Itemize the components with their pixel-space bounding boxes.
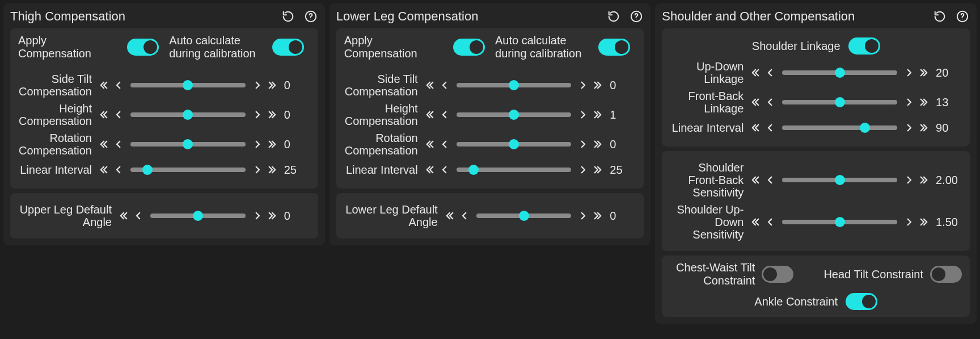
increment-fast-icon[interactable] bbox=[266, 136, 278, 153]
decrement-icon[interactable] bbox=[458, 207, 471, 224]
increment-icon[interactable] bbox=[577, 161, 589, 178]
decrement-fast-icon[interactable] bbox=[424, 136, 436, 153]
decrement-fast-icon[interactable] bbox=[424, 77, 436, 94]
increment-fast-icon[interactable] bbox=[918, 94, 930, 111]
decrement-icon[interactable] bbox=[112, 136, 125, 153]
increment-icon[interactable] bbox=[577, 207, 589, 224]
increment-icon[interactable] bbox=[903, 119, 915, 136]
head-tilt-constraint-label: Head Tilt Constraint bbox=[823, 268, 923, 281]
slider-label: Height Compensation bbox=[344, 102, 418, 127]
slider-track[interactable] bbox=[130, 142, 246, 147]
ankle-constraint-toggle[interactable] bbox=[846, 293, 877, 310]
reset-icon[interactable] bbox=[281, 9, 295, 24]
increment-icon[interactable] bbox=[903, 171, 915, 189]
slider-track[interactable] bbox=[130, 83, 246, 87]
decrement-fast-icon[interactable] bbox=[98, 106, 110, 123]
increment-fast-icon[interactable] bbox=[918, 119, 930, 136]
decrement-icon[interactable] bbox=[438, 77, 451, 94]
increment-icon[interactable] bbox=[903, 214, 915, 231]
slider-track[interactable] bbox=[782, 100, 897, 104]
apply-compensation-toggle[interactable] bbox=[127, 39, 159, 56]
decrement-fast-icon[interactable] bbox=[98, 77, 110, 94]
increment-fast-icon[interactable] bbox=[266, 207, 278, 224]
decrement-icon[interactable] bbox=[438, 161, 451, 178]
shoulder-up-down-sensitivity-row: Shoulder Up-Down Sensitivity 1.50 bbox=[670, 203, 962, 241]
decrement-fast-icon[interactable] bbox=[424, 106, 436, 123]
increment-icon[interactable] bbox=[903, 94, 915, 111]
head-tilt-constraint-toggle[interactable] bbox=[930, 266, 962, 283]
decrement-fast-icon[interactable] bbox=[749, 171, 762, 189]
slider-track[interactable] bbox=[130, 168, 246, 172]
increment-icon[interactable] bbox=[577, 77, 589, 94]
increment-icon[interactable] bbox=[577, 136, 589, 153]
increment-fast-icon[interactable] bbox=[918, 64, 930, 81]
decrement-icon[interactable] bbox=[764, 119, 776, 136]
slider-track[interactable] bbox=[130, 112, 246, 117]
help-icon[interactable] bbox=[955, 9, 970, 24]
increment-icon[interactable] bbox=[251, 106, 264, 123]
increment-icon[interactable] bbox=[251, 136, 264, 153]
increment-fast-icon[interactable] bbox=[266, 77, 278, 94]
help-icon[interactable] bbox=[303, 9, 318, 24]
slider-label: Shoulder Front-Back Sensitivity bbox=[670, 161, 744, 199]
help-icon[interactable] bbox=[629, 9, 644, 24]
auto-calculate-label: Auto calculate during calibration bbox=[169, 34, 265, 60]
slider-track[interactable] bbox=[150, 214, 246, 218]
increment-fast-icon[interactable] bbox=[266, 106, 278, 123]
apply-compensation-toggle[interactable] bbox=[453, 39, 485, 56]
decrement-icon[interactable] bbox=[764, 94, 776, 111]
increment-fast-icon[interactable] bbox=[592, 207, 604, 224]
increment-fast-icon[interactable] bbox=[918, 171, 930, 189]
slider-label: Height Compensation bbox=[18, 102, 92, 127]
decrement-icon[interactable] bbox=[438, 136, 451, 153]
slider-value: 20 bbox=[936, 66, 962, 79]
decrement-fast-icon[interactable] bbox=[749, 119, 762, 136]
increment-fast-icon[interactable] bbox=[266, 161, 278, 178]
increment-fast-icon[interactable] bbox=[592, 106, 604, 123]
decrement-fast-icon[interactable] bbox=[424, 161, 436, 178]
slider-track[interactable] bbox=[476, 214, 572, 218]
slider-label: Shoulder Up-Down Sensitivity bbox=[670, 203, 744, 241]
auto-calculate-toggle[interactable] bbox=[598, 39, 630, 56]
increment-fast-icon[interactable] bbox=[592, 136, 604, 153]
increment-fast-icon[interactable] bbox=[592, 77, 604, 94]
slider-track[interactable] bbox=[782, 220, 897, 224]
slider-track[interactable] bbox=[457, 112, 572, 117]
slider-track[interactable] bbox=[457, 83, 572, 87]
decrement-fast-icon[interactable] bbox=[117, 207, 130, 224]
decrement-fast-icon[interactable] bbox=[443, 207, 456, 224]
decrement-icon[interactable] bbox=[112, 77, 125, 94]
chest-waist-tilt-constraint-toggle[interactable] bbox=[762, 266, 793, 283]
reset-icon[interactable] bbox=[606, 9, 621, 24]
increment-icon[interactable] bbox=[251, 161, 264, 178]
decrement-icon[interactable] bbox=[438, 106, 451, 123]
shoulder-linkage-toggle[interactable] bbox=[848, 37, 880, 55]
increment-icon[interactable] bbox=[903, 64, 915, 81]
decrement-fast-icon[interactable] bbox=[98, 161, 110, 178]
increment-fast-icon[interactable] bbox=[918, 214, 930, 231]
slider-track[interactable] bbox=[457, 168, 572, 172]
increment-icon[interactable] bbox=[577, 106, 589, 123]
auto-calculate-toggle[interactable] bbox=[272, 39, 304, 56]
decrement-icon[interactable] bbox=[132, 207, 145, 224]
shoulder-sensitivity-group: Shoulder Front-Back Sensitivity 2.00 Sho… bbox=[662, 151, 970, 251]
increment-icon[interactable] bbox=[251, 77, 264, 94]
decrement-fast-icon[interactable] bbox=[749, 214, 762, 231]
slider-track[interactable] bbox=[782, 70, 897, 75]
increment-icon[interactable] bbox=[251, 207, 264, 224]
decrement-icon[interactable] bbox=[764, 64, 776, 81]
decrement-icon[interactable] bbox=[764, 214, 776, 231]
slider-track[interactable] bbox=[782, 178, 897, 182]
reset-icon[interactable] bbox=[932, 9, 947, 24]
decrement-fast-icon[interactable] bbox=[749, 64, 762, 81]
lower-leg-compensation-card: Lower Leg Compensation Apply Compensatio… bbox=[330, 3, 651, 245]
decrement-fast-icon[interactable] bbox=[98, 136, 110, 153]
slider-track[interactable] bbox=[782, 125, 897, 130]
decrement-icon[interactable] bbox=[112, 106, 125, 123]
slider-value: 0 bbox=[284, 108, 310, 122]
decrement-icon[interactable] bbox=[764, 171, 776, 189]
increment-fast-icon[interactable] bbox=[592, 161, 604, 178]
decrement-fast-icon[interactable] bbox=[749, 94, 762, 111]
decrement-icon[interactable] bbox=[112, 161, 125, 178]
slider-track[interactable] bbox=[457, 142, 572, 147]
